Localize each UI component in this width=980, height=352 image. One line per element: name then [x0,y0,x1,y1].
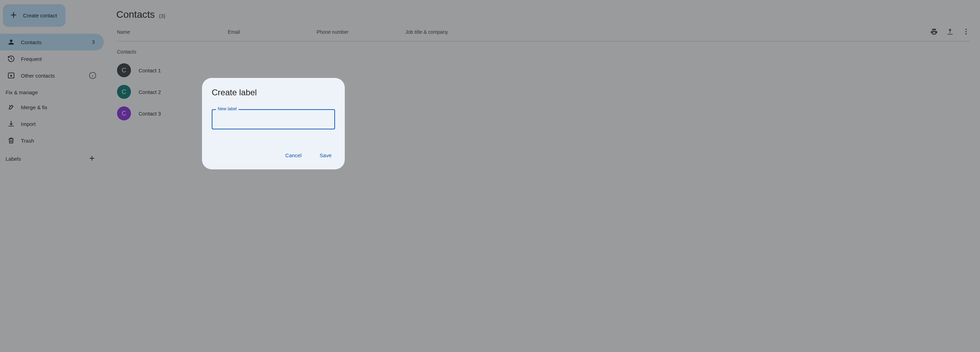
create-label-dialog: Create label New label Cancel Save [202,78,345,170]
new-label-input[interactable] [212,109,335,129]
modal-scrim[interactable] [0,0,980,352]
new-label-field-label: New label [216,106,239,111]
save-button[interactable]: Save [316,149,335,161]
dialog-title: Create label [212,88,335,97]
cancel-button[interactable]: Cancel [282,149,305,161]
